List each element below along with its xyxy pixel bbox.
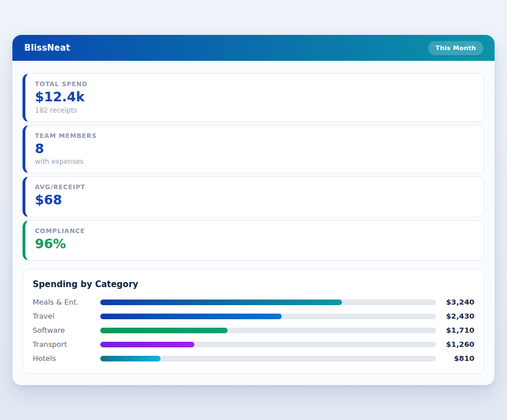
stat-card: COMPLIANCE 96% <box>23 220 484 261</box>
category-label: Meals & Ent. <box>33 298 100 306</box>
category-label: Travel <box>33 312 100 320</box>
category-label: Hotels <box>33 354 100 363</box>
app-title: BlissNeat <box>24 43 70 53</box>
stat-card: TEAM MEMBERS 8 with expenses <box>23 125 484 174</box>
category-row: Software $1,710 <box>33 323 474 337</box>
bar-track <box>100 314 436 319</box>
stat-sub: with expenses <box>35 158 474 166</box>
bar-fill <box>100 300 342 305</box>
category-row: Transport $1,260 <box>33 337 474 351</box>
stat-card: TOTAL SPEND $12.4k 182 receipts <box>23 73 484 122</box>
stat-label: COMPLIANCE <box>35 227 474 235</box>
stat-label: TOTAL SPEND <box>35 81 474 88</box>
stat-value: $12.4k <box>35 90 474 105</box>
bar-track <box>100 328 436 333</box>
category-row: Travel $2,430 <box>33 309 474 323</box>
category-value: $2,430 <box>436 312 474 320</box>
spending-by-category-card: Spending by Category Meals & Ent. $3,240… <box>23 269 484 374</box>
stat-value: 8 <box>35 141 474 157</box>
stat-card: AVG/RECEIPT $68 <box>23 176 484 217</box>
category-value: $1,260 <box>436 340 474 348</box>
category-row: Hotels $810 <box>33 351 474 365</box>
stat-label: AVG/RECEIPT <box>35 184 474 191</box>
spending-title: Spending by Category <box>33 279 474 289</box>
bar-fill <box>100 328 228 333</box>
category-label: Transport <box>33 340 100 348</box>
dashboard-content: TOTAL SPEND $12.4k 182 receipts TEAM MEM… <box>12 61 495 374</box>
category-value: $1,710 <box>436 326 474 334</box>
category-value: $3,240 <box>436 298 474 306</box>
stat-sub: 182 receipts <box>35 106 474 114</box>
category-list: Meals & Ent. $3,240 Travel $2,430 Softwa… <box>33 295 474 365</box>
bar-track <box>100 300 436 305</box>
app-header: BlissNeat This Month <box>12 35 495 61</box>
bar-fill <box>100 342 194 347</box>
stat-value: $68 <box>35 193 474 208</box>
category-row: Meals & Ent. $3,240 <box>33 295 474 309</box>
bar-fill <box>100 356 161 361</box>
period-badge[interactable]: This Month <box>428 41 483 55</box>
bar-track <box>100 342 436 347</box>
dashboard-panel: BlissNeat This Month TOTAL SPEND $12.4k … <box>12 35 495 385</box>
stat-label: TEAM MEMBERS <box>35 132 474 140</box>
stat-value: 96% <box>35 236 474 252</box>
category-label: Software <box>33 326 100 334</box>
bar-track <box>100 356 436 361</box>
page-background: BlissNeat This Month TOTAL SPEND $12.4k … <box>0 0 507 420</box>
category-value: $810 <box>436 354 474 363</box>
bar-fill <box>100 314 282 319</box>
